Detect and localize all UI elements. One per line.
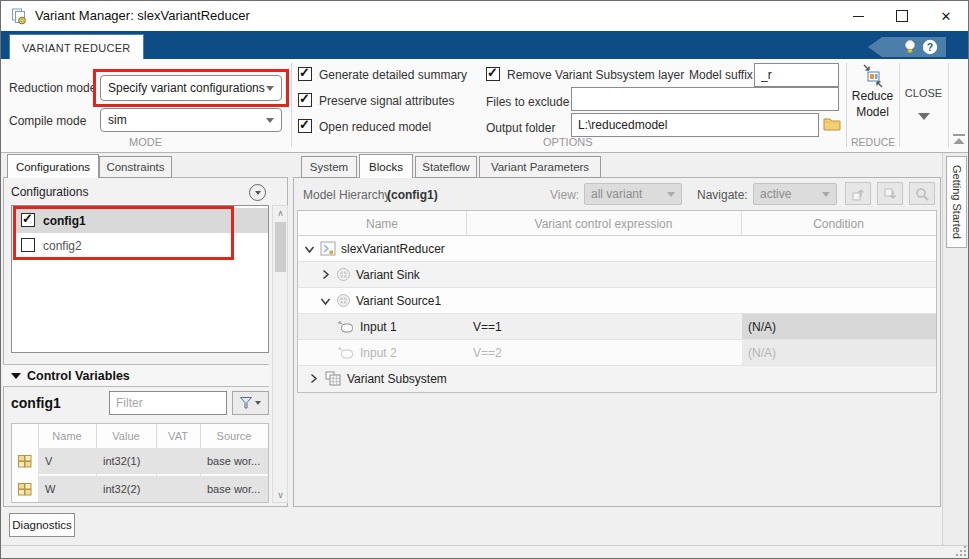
- files-to-exclude-label: Files to exclude: [486, 95, 569, 109]
- inport-icon: [338, 347, 354, 359]
- compile-mode-dropdown[interactable]: sim: [100, 108, 282, 132]
- generate-detailed-summary-checkbox[interactable]: [298, 67, 312, 81]
- control-variables-header[interactable]: Control Variables: [3, 364, 269, 387]
- chevron-expanded-icon[interactable]: [304, 244, 315, 255]
- minimize-icon: [853, 16, 864, 17]
- maximize-button[interactable]: [880, 1, 924, 31]
- folder-browse-icon[interactable]: [823, 116, 841, 131]
- tab-system[interactable]: System: [301, 156, 357, 178]
- list-item-config1[interactable]: config1: [13, 208, 268, 233]
- output-folder-label: Output folder: [486, 121, 555, 135]
- filter-input[interactable]: [109, 391, 227, 415]
- collapse-toolstrip-icon[interactable]: [952, 133, 966, 146]
- navigate-label: Navigate:: [697, 188, 748, 202]
- inport-icon: [338, 321, 354, 333]
- minimize-button[interactable]: [836, 1, 880, 31]
- model-suffix-input[interactable]: [754, 63, 839, 87]
- tab-stateflow[interactable]: Stateflow: [415, 156, 477, 178]
- remove-variant-subsystem-layer-label: Remove Variant Subsystem layer: [507, 68, 684, 82]
- close-button[interactable]: CLOSE: [900, 61, 947, 149]
- model-hierarchy-tree: Name Variant control expression Conditio…: [297, 210, 937, 393]
- table-row[interactable]: V int32(1) base wor...: [12, 448, 268, 475]
- lightbulb-icon[interactable]: [904, 39, 916, 55]
- resize-grip[interactable]: [956, 546, 966, 556]
- scrollbar-thumb[interactable]: [275, 222, 286, 272]
- navigate-dropdown[interactable]: active: [753, 183, 837, 205]
- control-variables-table: Name Value VAT Source V int32(1) base wo…: [11, 423, 269, 503]
- chevron-collapsed-icon[interactable]: [320, 269, 331, 280]
- open-reduced-model-checkbox[interactable]: [298, 119, 312, 133]
- tree-row-input1[interactable]: Input 1 V==1 (N/A): [298, 314, 936, 340]
- model-hierarchy-config: (config1): [387, 188, 438, 202]
- filter-funnel-icon: [240, 397, 252, 409]
- remove-variant-subsystem-layer-checkbox[interactable]: [486, 67, 500, 81]
- chevron-collapsed-icon[interactable]: [308, 373, 319, 384]
- tab-variant-parameters[interactable]: Variant Parameters: [479, 156, 601, 178]
- tab-constraints[interactable]: Constraints: [99, 156, 172, 178]
- chevron-expanded-icon[interactable]: [320, 296, 331, 307]
- navigate-up-button[interactable]: [845, 182, 871, 205]
- tab-variant-reducer[interactable]: VARIANT REDUCER: [9, 34, 144, 60]
- help-icon[interactable]: ?: [922, 39, 938, 55]
- chevron-down-icon: [667, 192, 675, 197]
- tree-row-variant-sink[interactable]: Variant Sink: [298, 262, 936, 288]
- section-divider: [846, 63, 847, 147]
- compile-mode-label: Compile mode: [9, 114, 86, 128]
- variable-grid-icon: [18, 455, 32, 468]
- tree-row-slexvariantreducer[interactable]: slexVariantReducer: [298, 236, 936, 262]
- chevron-down-icon: [822, 192, 830, 197]
- tab-getting-started[interactable]: Getting Started: [946, 156, 967, 248]
- close-window-button[interactable]: ✕: [924, 1, 968, 31]
- configurations-menu-button[interactable]: [249, 184, 266, 201]
- chevron-down-icon: [255, 401, 261, 405]
- svg-text:?: ?: [927, 41, 933, 53]
- mode-section-label: MODE: [129, 136, 162, 148]
- diagnostics-button[interactable]: Diagnostics: [9, 513, 75, 537]
- window-title: Variant Manager: slexVariantReducer: [35, 8, 250, 23]
- chevron-down-icon: [266, 86, 274, 91]
- reduce-section-label: REDUCE: [851, 136, 895, 148]
- status-bar: [1, 545, 969, 559]
- chevron-down-icon: [918, 113, 930, 120]
- section-divider: [291, 63, 292, 147]
- left-panel-scrollbar[interactable]: ∧ ∨: [272, 205, 288, 503]
- table-row[interactable]: W int32(2) base wor...: [12, 476, 268, 503]
- navigate-down-button[interactable]: [877, 182, 903, 205]
- tree-header-row: Name Variant control expression Conditio…: [298, 211, 936, 236]
- variant-block-icon: [336, 267, 351, 282]
- search-icon: [915, 187, 929, 201]
- scroll-up-icon[interactable]: ∧: [275, 208, 286, 218]
- variant-manager-icon: [11, 8, 28, 25]
- options-section-label: OPTIONS: [543, 136, 593, 148]
- config2-checkbox[interactable]: [21, 238, 35, 252]
- scroll-down-icon[interactable]: ∨: [275, 490, 286, 500]
- filter-options-button[interactable]: [232, 391, 269, 415]
- config1-checkbox[interactable]: [21, 213, 35, 227]
- view-label: View:: [550, 188, 579, 202]
- tree-row-variant-subsystem[interactable]: Variant Subsystem: [298, 366, 936, 392]
- chevron-down-icon: [255, 191, 261, 195]
- active-config-name: config1: [11, 395, 61, 411]
- ribbon-tab-bar: VARIANT REDUCER ?: [1, 31, 968, 59]
- variant-block-icon: [336, 293, 351, 308]
- tree-row-variant-source1[interactable]: Variant Source1: [298, 288, 936, 314]
- maximize-icon: [896, 10, 908, 22]
- list-item-config2[interactable]: config2: [13, 233, 268, 258]
- model-icon: [320, 241, 336, 256]
- preserve-signal-attributes-checkbox[interactable]: [298, 93, 312, 107]
- section-divider: [948, 63, 949, 147]
- reduction-mode-dropdown[interactable]: Specify variant configurations: [100, 75, 282, 101]
- collapse-triangle-icon: [11, 373, 21, 379]
- tab-configurations[interactable]: Configurations: [7, 154, 99, 178]
- search-button[interactable]: [909, 182, 935, 205]
- view-dropdown[interactable]: all variant: [584, 183, 682, 205]
- reduction-mode-label: Reduction mode: [9, 81, 96, 95]
- files-to-exclude-input[interactable]: [571, 87, 839, 111]
- tab-blocks[interactable]: Blocks: [359, 154, 413, 178]
- preserve-signal-attributes-label: Preserve signal attributes: [319, 94, 454, 108]
- reduce-model-icon: [862, 64, 884, 88]
- output-folder-input[interactable]: [571, 113, 819, 137]
- tree-row-input2[interactable]: Input 2 V==2 (N/A): [298, 340, 936, 366]
- navigate-up-icon: [851, 187, 865, 201]
- variant-subsystem-icon: [325, 371, 341, 386]
